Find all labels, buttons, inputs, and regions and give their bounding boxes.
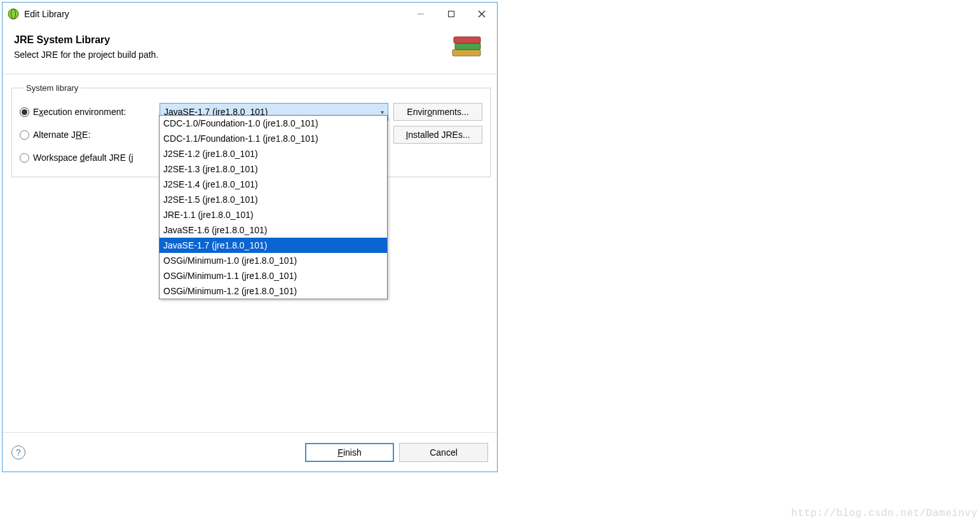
fieldset-legend: System library [24, 83, 81, 93]
maximize-button[interactable] [436, 3, 466, 25]
dropdown-option[interactable]: CDC-1.0/Foundation-1.0 (jre1.8.0_101) [160, 116, 387, 131]
dropdown-option[interactable]: JRE-1.1 (jre1.8.0_101) [160, 207, 387, 222]
execution-environment-dropdown[interactable]: CDC-1.0/Foundation-1.0 (jre1.8.0_101)CDC… [159, 115, 388, 299]
dropdown-option[interactable]: J2SE-1.5 (jre1.8.0_101) [160, 192, 387, 207]
dropdown-option[interactable]: JavaSE-1.7 (jre1.8.0_101) [160, 238, 387, 253]
alternate-jre-label: Alternate JRE: [33, 130, 90, 140]
cancel-button[interactable]: Cancel [399, 443, 488, 462]
dropdown-option[interactable]: OSGi/Minimum-1.2 (jre1.8.0_101) [160, 283, 387, 299]
dropdown-option[interactable]: J2SE-1.4 (jre1.8.0_101) [160, 177, 387, 192]
alternate-jre-radio[interactable]: Alternate JRE: [20, 130, 160, 140]
dropdown-option[interactable]: OSGi/Minimum-1.0 (jre1.8.0_101) [160, 253, 387, 268]
svg-rect-8 [454, 37, 480, 43]
finish-button[interactable]: Finish [305, 443, 394, 462]
dropdown-option[interactable]: JavaSE-1.6 (jre1.8.0_101) [160, 222, 387, 238]
app-icon [8, 8, 19, 20]
dialog-header: JRE System Library Select JRE for the pr… [3, 25, 497, 74]
dialog-footer: ? Finish Cancel [3, 432, 497, 472]
chevron-down-icon: ▾ [381, 109, 384, 116]
titlebar: Edit Library [3, 3, 497, 25]
dropdown-option[interactable]: CDC-1.1/Foundation-1.1 (jre1.8.0_101) [160, 131, 387, 146]
help-icon[interactable]: ? [11, 445, 25, 459]
dialog-body: System library Execution environment: Ja… [3, 74, 497, 432]
edit-library-dialog: Edit Library JRE System Library Select J… [2, 2, 498, 472]
alternate-jre-radio-input[interactable] [20, 130, 29, 140]
window-controls [405, 3, 497, 25]
close-button[interactable] [466, 3, 497, 25]
window-title: Edit Library [24, 9, 405, 19]
svg-point-0 [8, 9, 18, 19]
header-title: JRE System Library [14, 34, 449, 46]
execution-environment-radio[interactable]: Execution environment: [20, 107, 160, 117]
svg-rect-7 [455, 43, 480, 50]
installed-jres-button[interactable]: Installed JREs... [393, 126, 482, 144]
library-banner-icon [449, 34, 486, 62]
svg-rect-3 [449, 11, 454, 17]
execution-environment-label: Execution environment: [33, 107, 126, 117]
header-subtitle: Select JRE for the project build path. [14, 50, 449, 60]
execution-environment-radio-input[interactable] [20, 107, 29, 117]
watermark: http://blog.csdn.net/Dameinvy [791, 508, 977, 519]
workspace-default-jre-radio-input[interactable] [20, 153, 29, 163]
workspace-default-jre-label: Workspace default JRE (j [33, 153, 133, 163]
workspace-default-jre-radio[interactable]: Workspace default JRE (j [20, 153, 160, 163]
dropdown-option[interactable]: J2SE-1.2 (jre1.8.0_101) [160, 146, 387, 161]
svg-rect-6 [453, 50, 480, 56]
environments-button[interactable]: Environments... [393, 103, 482, 121]
minimize-button[interactable] [405, 3, 436, 25]
dropdown-option[interactable]: J2SE-1.3 (jre1.8.0_101) [160, 161, 387, 177]
dropdown-option[interactable]: OSGi/Minimum-1.1 (jre1.8.0_101) [160, 268, 387, 283]
